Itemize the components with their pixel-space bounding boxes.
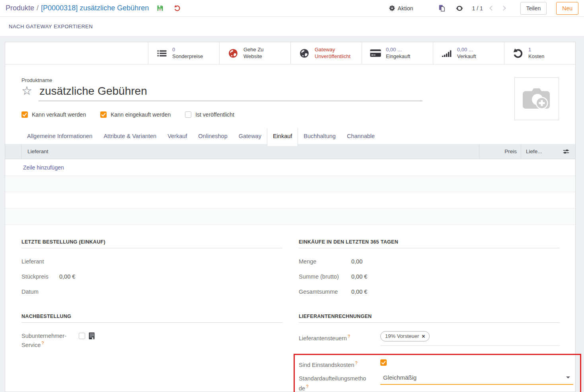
share-button[interactable]: Teilen xyxy=(520,2,547,15)
column-header-supplier[interactable]: Lieferant xyxy=(21,148,479,154)
gross-sum-value: 0,00 € xyxy=(351,273,367,280)
action-menu-button[interactable]: Aktion xyxy=(389,5,413,12)
highlight-box: Sind Einstandskosten? Standardaufteilung… xyxy=(294,354,581,392)
globe-dark-icon xyxy=(298,48,311,59)
tab-channable[interactable]: Channable xyxy=(341,128,380,144)
gear-icon xyxy=(389,5,395,11)
can-be-purchased-checkbox[interactable] xyxy=(100,111,107,118)
section-title: LIEFERANTENRECHNUNGEN xyxy=(299,314,560,319)
discard-icon[interactable] xyxy=(174,5,181,12)
add-line-link[interactable]: Zeile hinzufügen xyxy=(23,164,64,171)
globe-red-icon xyxy=(227,48,239,59)
tab-allgemeine-informationen[interactable]: Allgemeine Informationen xyxy=(21,128,98,144)
tab-einkauf[interactable]: Einkauf xyxy=(267,128,298,146)
export-to-gateway-button[interactable]: NACH GATEWAY EXPORTIEREN xyxy=(9,23,93,29)
stat-button-go-to-website[interactable]: Gehe ZuWebsite xyxy=(219,42,290,64)
tab-gateway[interactable]: Gateway xyxy=(233,128,267,144)
empty-table-row xyxy=(5,192,575,209)
stat-label: Unveröffentlicht xyxy=(315,53,350,60)
can-be-purchased-label: Kann eingekauft werden xyxy=(111,111,171,118)
sheet-header-area: Produktname ☆ zusätzliche Gebühren Kann … xyxy=(5,64,575,144)
tax-tag-label: 19% Vorsteuer xyxy=(385,333,419,340)
building-icon xyxy=(89,332,95,341)
is-landed-cost-checkbox[interactable] xyxy=(380,359,387,366)
split-method-value: Gleichmäßig xyxy=(383,374,417,381)
product-flags-row: Kann verkauft werden Kann eingekauft wer… xyxy=(21,111,559,118)
stat-button-costs[interactable]: 1Kosten xyxy=(504,42,575,64)
is-landed-cost-label: Sind Einstandskosten? xyxy=(299,359,380,369)
split-method-label: Standardaufteilungsmethode? xyxy=(299,374,380,392)
column-header-delivery[interactable]: Liefe... xyxy=(521,144,557,159)
breadcrumb-products-link[interactable]: Produkte xyxy=(6,4,34,12)
camera-plus-icon xyxy=(521,86,552,112)
help-icon[interactable]: ? xyxy=(41,341,44,345)
optional-columns-toggle[interactable] xyxy=(557,144,575,159)
help-icon[interactable]: ? xyxy=(355,361,357,365)
vendor-taxes-label: Lieferantensteuern? xyxy=(299,332,380,342)
form-sheet: 0Sonderpreise Gehe ZuWebsite GatewayUnve… xyxy=(5,42,576,392)
stat-button-sold[interactable]: 0,00 ...Verkauft xyxy=(433,42,504,64)
section-last-order: LETZTE BESTELLUNG (EINKAUF) Lieferant St… xyxy=(21,239,282,303)
vendor-taxes-field[interactable]: 19% Vorsteuer × xyxy=(380,331,560,346)
stat-value: Gateway xyxy=(315,47,350,53)
list-icon xyxy=(156,49,168,57)
can-be-sold-label: Kann verkauft werden xyxy=(32,111,86,118)
action-menu-label: Aktion xyxy=(398,5,413,12)
favorite-star-icon[interactable]: ☆ xyxy=(21,85,32,97)
stat-label: Eingekauft xyxy=(386,53,410,60)
record-action-bar: NACH GATEWAY EXPORTIEREN xyxy=(0,17,584,37)
product-image-upload[interactable] xyxy=(514,77,559,120)
stat-button-purchased[interactable]: 0,00 ...Eingekauft xyxy=(362,42,433,64)
section-vendor-bills: LIEFERANTENRECHNUNGEN Lieferantensteuern… xyxy=(299,314,560,392)
section-title: EINKÄUFE IN DEN LETZTEN 365 TAGEN xyxy=(299,239,560,245)
add-row-container: Zeile hinzufügen xyxy=(5,159,575,176)
gross-sum-label: Summe (brutto) xyxy=(299,273,351,280)
tab-attribute-varianten[interactable]: Attribute & Varianten xyxy=(98,128,162,144)
new-button[interactable]: Neu xyxy=(556,2,578,15)
supplier-table: Lieferant Preis Liefe... Zeile hinzufüge… xyxy=(5,144,575,225)
tax-tag: 19% Vorsteuer × xyxy=(380,331,430,341)
help-icon[interactable]: ? xyxy=(348,334,350,339)
subcontractor-service-checkbox[interactable] xyxy=(79,333,85,339)
product-name-input[interactable]: zusätzliche Gebühren xyxy=(39,85,422,101)
history-icon xyxy=(512,48,524,59)
stat-value: 0 xyxy=(172,47,203,53)
last-order-unit-price-value: 0,00 € xyxy=(59,273,75,280)
pager-next-icon[interactable] xyxy=(501,6,506,11)
stat-button-box: 0Sonderpreise Gehe ZuWebsite GatewayUnve… xyxy=(5,42,575,64)
last-order-date-label: Datum xyxy=(21,288,59,295)
split-method-select[interactable]: Gleichmäßig xyxy=(380,374,573,385)
column-header-price[interactable]: Preis xyxy=(479,144,521,159)
can-be-sold-checkbox[interactable] xyxy=(21,111,28,118)
is-published-label: Ist veröffentlicht xyxy=(195,111,234,118)
tax-tag-remove-icon[interactable]: × xyxy=(422,333,425,339)
stat-label: Sonderpreise xyxy=(172,53,203,60)
breadcrumb-separator: / xyxy=(34,4,41,12)
stat-button-pricelists[interactable]: 0Sonderpreise xyxy=(148,42,219,64)
section-purchases-365: EINKÄUFE IN DEN LETZTEN 365 TAGEN Menge0… xyxy=(299,239,560,303)
stat-button-gateway-publish[interactable]: GatewayUnveröffentlicht xyxy=(290,42,362,64)
pager-previous-icon[interactable] xyxy=(489,6,494,11)
section-title: NACHBESTELLUNG xyxy=(21,314,282,319)
row-handle-column xyxy=(5,144,21,159)
subcontractor-service-label: Subunternehmer-Service? xyxy=(21,332,79,349)
pager: 1 / 1 xyxy=(472,5,483,12)
chevron-down-icon xyxy=(566,376,570,378)
product-name-label: Produktname xyxy=(21,77,559,83)
tab-onlineshop[interactable]: Onlineshop xyxy=(193,128,233,144)
section-title: LETZTE BESTELLUNG (EINKAUF) xyxy=(21,239,282,245)
duplicate-icon[interactable] xyxy=(438,4,446,12)
save-icon[interactable] xyxy=(157,5,164,12)
tab-verkauf[interactable]: Verkauf xyxy=(162,128,193,144)
credit-card-icon xyxy=(369,49,382,57)
product-name-row: ☆ zusätzliche Gebühren xyxy=(21,85,559,101)
stat-value: 1 xyxy=(528,47,544,53)
help-icon[interactable]: ? xyxy=(306,384,308,389)
tab-buchhaltung[interactable]: Buchhaltung xyxy=(298,128,341,144)
refresh-icon[interactable] xyxy=(456,5,463,12)
sliders-icon xyxy=(563,148,570,155)
notebook-tabs: Allgemeine Informationen Attribute & Var… xyxy=(21,128,559,144)
is-published-checkbox[interactable] xyxy=(185,111,191,118)
top-bar: Produkte/[P0000318] zusätzliche Gebühren… xyxy=(0,0,584,17)
bar-chart-icon xyxy=(440,49,453,57)
